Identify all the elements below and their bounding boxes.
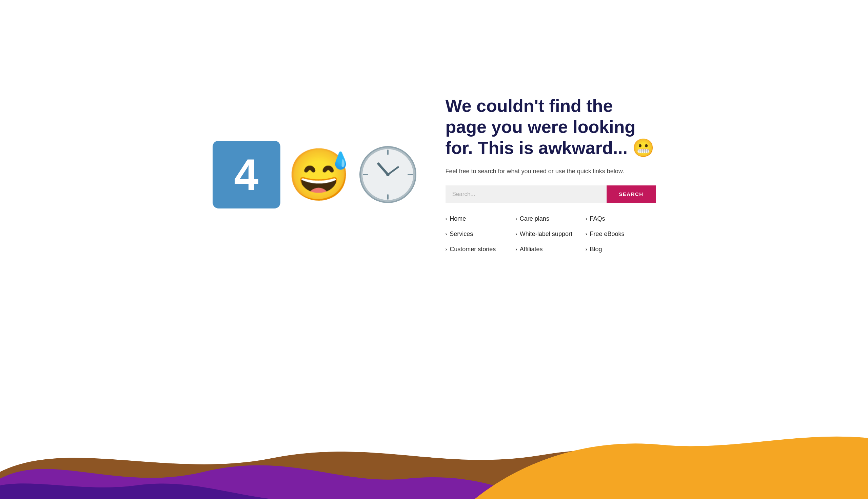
link-blog[interactable]: › Blog (586, 244, 656, 254)
search-input[interactable] (445, 185, 607, 203)
link-blog-text[interactable]: Blog (590, 246, 602, 253)
chevron-icon: › (586, 231, 587, 236)
search-button[interactable]: SEARCH (607, 185, 656, 203)
link-affiliates-text[interactable]: Affiliates (520, 246, 543, 253)
link-affiliates[interactable]: › Affiliates (515, 244, 586, 254)
link-white-label[interactable]: › White-label support (515, 229, 586, 239)
quick-links-grid: › Home › Care plans › FAQs › Services (445, 214, 656, 254)
heading-emoji: 😬 (632, 138, 655, 158)
svg-point-8 (386, 173, 390, 176)
number-four: 4 (234, 153, 258, 197)
link-services-text[interactable]: Services (450, 231, 473, 238)
link-care-plans-text[interactable]: Care plans (520, 215, 549, 222)
subtitle-text: Feel free to search for what you need or… (445, 167, 656, 176)
clock-icon (357, 144, 418, 205)
search-bar: SEARCH (445, 185, 656, 203)
link-home[interactable]: › Home (445, 214, 516, 224)
link-white-label-text[interactable]: White-label support (520, 231, 572, 238)
chevron-icon: › (586, 216, 587, 221)
link-faqs[interactable]: › FAQs (586, 214, 656, 224)
error-icons: 4 😅 (212, 141, 418, 208)
link-services[interactable]: › Services (445, 229, 516, 239)
link-customer-stories[interactable]: › Customer stories (445, 244, 516, 254)
content-area: 4 😅 We couldn't find the p (0, 0, 868, 349)
laughing-emoji: 😅 (287, 149, 351, 200)
chevron-icon: › (515, 246, 517, 252)
link-free-ebooks-text[interactable]: Free eBooks (590, 231, 625, 238)
chevron-icon: › (515, 216, 517, 221)
bottom-landscape (0, 411, 868, 499)
chevron-icon: › (445, 246, 447, 252)
link-faqs-text[interactable]: FAQs (590, 215, 605, 222)
link-home-text[interactable]: Home (450, 215, 466, 222)
link-care-plans[interactable]: › Care plans (515, 214, 586, 224)
chevron-icon: › (515, 231, 517, 236)
number-four-box: 4 (212, 141, 280, 208)
page-heading: We couldn't find the page you were looki… (445, 95, 656, 159)
chevron-icon: › (445, 231, 447, 236)
chevron-icon: › (445, 216, 447, 221)
heading-text: We couldn't find the page you were looki… (445, 96, 636, 158)
chevron-icon: › (586, 246, 587, 252)
right-section: We couldn't find the page you were looki… (445, 95, 656, 254)
link-customer-stories-text[interactable]: Customer stories (450, 246, 496, 253)
page-wrapper: 4 😅 We couldn't find the p (0, 0, 868, 499)
link-free-ebooks[interactable]: › Free eBooks (586, 229, 656, 239)
